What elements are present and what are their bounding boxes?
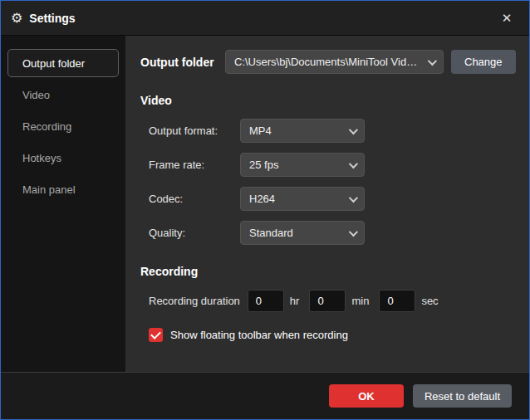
gear-icon: ⚙ [11,12,22,25]
sidebar-item-main-panel[interactable]: Main panel [7,175,119,203]
recording-duration-label: Recording duration [149,295,240,307]
quality-row: Quality: Standard [149,221,516,245]
chevron-down-icon [428,56,437,65]
output-folder-label: Output folder [140,56,225,69]
min-unit-label: min [351,295,369,307]
recording-section-title: Recording [140,265,516,278]
chevron-down-icon [349,227,358,236]
footer-bar: OK Reset to default [1,372,529,419]
hr-unit-label: hr [290,295,300,307]
ok-button[interactable]: OK [329,384,404,408]
codec-label: Codec: [149,193,240,205]
change-button[interactable]: Change [451,50,516,74]
duration-min-input[interactable] [309,290,346,312]
output-format-row: Output format: MP4 [149,119,516,143]
output-format-dropdown[interactable]: MP4 [240,119,365,143]
quality-label: Quality: [149,227,240,239]
chevron-down-icon [349,125,358,134]
sidebar-item-label: Output folder [22,57,85,70]
output-format-label: Output format: [149,125,240,137]
sidebar-item-label: Recording [22,120,71,133]
frame-rate-dropdown[interactable]: 25 fps [240,153,365,177]
sidebar-item-label: Hotkeys [22,152,61,164]
window-body: Output folder Video Recording Hotkeys Ma… [1,36,529,372]
titlebar: ⚙ Settings ✕ [1,1,529,36]
sec-unit-label: sec [421,295,438,307]
duration-hr-input[interactable] [248,290,284,312]
frame-rate-value: 25 fps [249,159,342,171]
codec-row: Codec: H264 [149,187,516,211]
chevron-down-icon [349,159,358,168]
recording-duration-row: Recording duration hr min sec [149,290,516,312]
frame-rate-row: Frame rate: 25 fps [149,153,516,177]
video-section-title: Video [140,94,516,107]
codec-dropdown[interactable]: H264 [240,187,365,211]
sidebar-item-recording[interactable]: Recording [7,112,119,140]
floating-toolbar-row: Show floating toolbar when recording [149,328,516,342]
frame-rate-label: Frame rate: [149,159,240,171]
sidebar-item-video[interactable]: Video [7,81,119,109]
sidebar-item-label: Video [22,89,50,101]
output-format-value: MP4 [249,125,342,137]
sidebar-item-hotkeys[interactable]: Hotkeys [7,144,119,172]
duration-sec-input[interactable] [379,290,415,312]
floating-toolbar-checkbox[interactable] [149,328,163,342]
settings-window: ⚙ Settings ✕ Output folder Video Recordi… [0,0,530,420]
close-icon[interactable]: ✕ [496,7,518,29]
sidebar-item-output-folder[interactable]: Output folder [7,49,119,77]
window-title: Settings [29,12,75,25]
sidebar: Output folder Video Recording Hotkeys Ma… [1,36,125,372]
floating-toolbar-label: Show floating toolbar when recording [170,329,348,341]
quality-value: Standard [249,227,342,239]
settings-content: Output folder C:\Users\bj\Documents\Mini… [125,36,529,372]
sidebar-item-label: Main panel [22,183,76,196]
chevron-down-icon [349,193,358,202]
output-folder-path-value: C:\Users\bj\Documents\MiniTool Vide... [234,56,421,68]
codec-value: H264 [249,193,342,205]
output-folder-path-dropdown[interactable]: C:\Users\bj\Documents\MiniTool Vide... [225,50,444,74]
quality-dropdown[interactable]: Standard [240,221,365,245]
reset-to-default-button[interactable]: Reset to default [413,384,512,408]
output-folder-row: Output folder C:\Users\bj\Documents\Mini… [140,50,516,74]
